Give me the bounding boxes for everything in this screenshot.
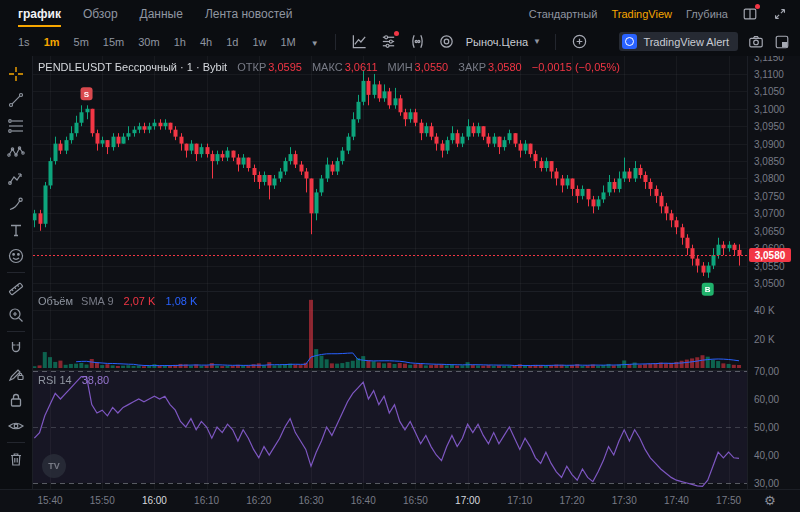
price-axis-label: 3,0700	[754, 208, 785, 219]
order-type-dropdown[interactable]: Рыноч.Цена▼	[466, 36, 541, 48]
tradingview-watermark: TV	[42, 454, 66, 478]
time-axis-label: 17:30	[606, 495, 642, 506]
hide-drawings-icon[interactable]	[3, 413, 29, 439]
resize-icon[interactable]	[772, 6, 788, 22]
volume-legend[interactable]: Объём SMA 9 2,07 K 1,08 K	[38, 295, 197, 307]
interval-1h[interactable]: 1h	[168, 33, 192, 51]
volume-sma-label: SMA 9	[81, 295, 113, 307]
price-axis-label: 3,1050	[754, 86, 785, 97]
ohlc-label: ЗАКР	[458, 61, 486, 73]
ohlc-value: 3,0595	[268, 61, 302, 73]
rsi-axis-label: 50,00	[754, 422, 779, 433]
trading-terminal: графикОбзорДанныеЛента новостей Стандарт…	[0, 0, 800, 512]
trend-line-icon[interactable]	[3, 87, 29, 113]
header-modes: Стандартный TradingView Глубина	[529, 6, 800, 22]
indicators-icon[interactable]	[380, 33, 397, 50]
interval-30m[interactable]: 30m	[132, 33, 165, 51]
fib-retracement-icon[interactable]	[3, 113, 29, 139]
drawing-mode-icon[interactable]	[3, 361, 29, 387]
brush-icon[interactable]	[3, 191, 29, 217]
header-bar: графикОбзорДанныеЛента новостей Стандарт…	[0, 0, 800, 28]
toolbar-divider	[7, 442, 25, 443]
volume-sma-value: 1,08 K	[165, 295, 197, 307]
popup-window-icon[interactable]	[774, 34, 790, 50]
price-axis-label: 3,1100	[754, 69, 784, 80]
drawing-toolbar	[0, 56, 33, 512]
mode-depth[interactable]: Глубина	[686, 8, 728, 20]
price-axis-label: 3,0650	[754, 226, 785, 237]
layout-columns-icon[interactable]	[742, 6, 758, 22]
interval-1d[interactable]: 1d	[220, 33, 244, 51]
tradingview-alert-button[interactable]: TradingView Alert	[619, 32, 738, 51]
price-axis[interactable]: 3,11503,11003,10503,10003,09503,09003,08…	[747, 56, 800, 512]
time-axis-label: 16:30	[293, 495, 329, 506]
chart-style-icon[interactable]	[351, 33, 368, 50]
interval-1s[interactable]: 1s	[12, 33, 36, 51]
magnet-icon[interactable]	[3, 335, 29, 361]
crosshair-icon[interactable]	[3, 61, 29, 87]
tab-график[interactable]: график	[18, 0, 61, 27]
emoji-icon[interactable]	[3, 243, 29, 269]
time-axis-label: 15:40	[32, 495, 68, 506]
divider	[335, 34, 336, 50]
time-axis-label: 16:00	[136, 495, 172, 506]
time-axis-label: 16:50	[397, 495, 433, 506]
tab-Обзор[interactable]: Обзор	[83, 0, 118, 27]
interval-4h[interactable]: 4h	[194, 33, 218, 51]
price-axis-label: 3,0750	[754, 191, 785, 202]
price-change: −0,0015 (−0,05%)	[532, 61, 620, 73]
compare-icon[interactable]	[409, 33, 426, 50]
rsi-axis-label: 60,00	[754, 394, 779, 405]
interval-dropdown[interactable]: ▼	[304, 33, 325, 51]
ruler-icon[interactable]	[3, 276, 29, 302]
rsi-axis-label: 30,00	[754, 478, 779, 489]
text-icon[interactable]	[3, 217, 29, 243]
last-price-badge: 3,0580	[749, 248, 791, 262]
volume-axis-label: 40 K	[754, 305, 775, 316]
symbol-title: PENDLEUSDT Бессрочный · 1 · Bybit	[38, 61, 227, 73]
price-axis-label: 3,0950	[754, 121, 785, 132]
interval-buttons: 1s1m5m15m30m1h4h1d1w1M	[12, 33, 302, 51]
symbol-legend[interactable]: PENDLEUSDT Бессрочный · 1 · Bybit ОТКР3,…	[38, 61, 620, 73]
volume-axis-label: 20 K	[754, 334, 775, 345]
target-icon[interactable]	[438, 33, 455, 50]
lock-drawings-icon[interactable]	[3, 387, 29, 413]
interval-5m[interactable]: 5m	[68, 33, 95, 51]
price-axis-label: 3,0850	[754, 156, 785, 167]
price-axis-label: 3,1000	[754, 104, 785, 115]
forecast-icon[interactable]	[3, 165, 29, 191]
ohlc-value: 3,0550	[415, 61, 449, 73]
header-tabs: графикОбзорДанныеЛента новостей	[0, 0, 292, 27]
tab-Лента новостей[interactable]: Лента новостей	[205, 0, 293, 27]
plus-circle-icon[interactable]	[571, 33, 588, 50]
tab-Данные[interactable]: Данные	[140, 0, 183, 27]
axis-settings-gear-icon[interactable]: ⚙	[764, 493, 776, 508]
notification-dot	[394, 31, 399, 36]
volume-value: 2,07 K	[124, 295, 156, 307]
camera-icon[interactable]	[748, 34, 764, 50]
remove-drawings-icon[interactable]	[3, 446, 29, 472]
time-axis-label: 16:20	[241, 495, 277, 506]
interval-1m[interactable]: 1m	[38, 33, 66, 51]
volume-title: Объём	[38, 295, 73, 307]
zoom-in-icon[interactable]	[3, 302, 29, 328]
time-axis[interactable]: ⚙ 15:4015:5016:0016:1016:2016:3016:4016:…	[0, 489, 800, 512]
time-axis-label: 17:10	[502, 495, 538, 506]
interval-15m[interactable]: 15m	[97, 33, 130, 51]
mode-tradingview[interactable]: TradingView	[611, 8, 672, 20]
time-axis-label: 17:50	[711, 495, 747, 506]
xabcd-pattern-icon[interactable]	[3, 139, 29, 165]
mode-standard[interactable]: Стандартный	[529, 8, 598, 20]
rsi-title: RSI 14	[38, 374, 72, 386]
chart-canvas[interactable]	[33, 56, 747, 489]
interval-1w[interactable]: 1w	[246, 33, 272, 51]
rsi-legend[interactable]: RSI 14 38,80	[38, 374, 109, 386]
price-axis-label: 3,0500	[754, 278, 785, 289]
time-axis-label: 16:40	[345, 495, 381, 506]
rsi-value: 38,80	[82, 374, 110, 386]
alarm-icon	[622, 34, 637, 49]
ohlc-value: 3,0611	[345, 61, 378, 73]
interval-1M[interactable]: 1M	[274, 33, 301, 51]
time-axis-label: 16:10	[189, 495, 225, 506]
price-axis-label: 3,0550	[754, 261, 785, 272]
